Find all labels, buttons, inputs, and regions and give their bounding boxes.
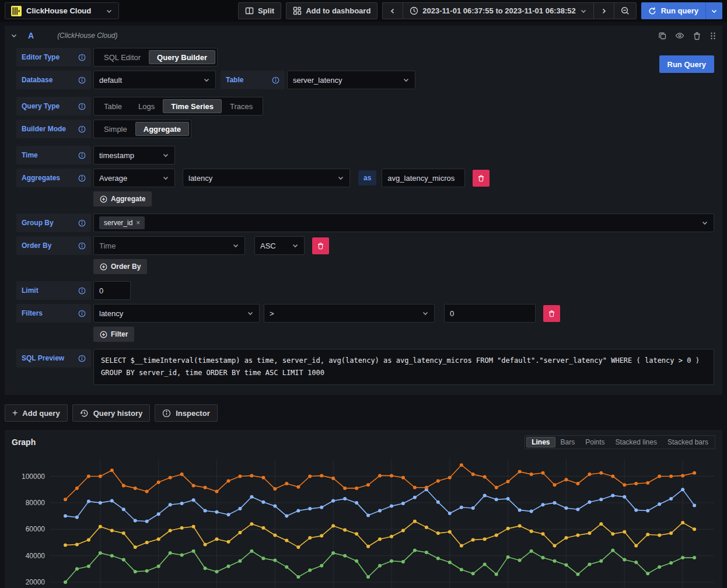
time-column-select[interactable]: timestamp xyxy=(93,146,175,164)
builder-mode-label: Builder Mode xyxy=(16,120,91,138)
option-table[interactable]: Table xyxy=(96,99,130,113)
aggregates-row: Aggregates Average latency as avg_latenc… xyxy=(16,169,714,187)
remove-aggregate-button[interactable] xyxy=(473,170,490,187)
option-stacked-lines[interactable]: Stacked lines xyxy=(610,437,662,447)
filter-column-select[interactable]: latency xyxy=(93,304,260,323)
info-icon[interactable] xyxy=(78,54,86,61)
graph-panel: Graph LinesBarsPointsStacked linesStacke… xyxy=(5,430,722,588)
info-icon[interactable] xyxy=(78,125,86,133)
aggregate-alias-input[interactable]: avg_latency_micros xyxy=(382,169,465,187)
split-button[interactable]: Split xyxy=(238,2,281,19)
data-point xyxy=(436,479,440,482)
remove-query-icon[interactable] xyxy=(693,32,701,40)
time-row: Time timestamp xyxy=(16,146,714,164)
run-query-options-button[interactable] xyxy=(705,2,722,19)
graph-mode-group: LinesBarsPointsStacked linesStacked bars xyxy=(525,435,715,449)
data-point xyxy=(145,490,149,494)
option-simple[interactable]: Simple xyxy=(96,122,135,136)
order-by-field-select[interactable]: Time xyxy=(93,236,245,255)
remove-chip-icon[interactable]: × xyxy=(136,219,140,227)
data-point xyxy=(541,471,545,475)
datasource-picker[interactable]: ClickHouse Cloud xyxy=(5,2,119,19)
zoom-out-button[interactable] xyxy=(614,2,637,19)
group-by-select[interactable]: server_id × xyxy=(93,214,714,232)
remove-order-by-button[interactable] xyxy=(312,237,329,254)
remove-filter-button[interactable] xyxy=(543,305,560,322)
data-point xyxy=(285,482,288,485)
add-query-button[interactable]: + Add query xyxy=(5,404,68,422)
option-time-series[interactable]: Time Series xyxy=(163,99,222,113)
data-point xyxy=(623,530,626,534)
order-direction-select[interactable]: ASC xyxy=(254,236,305,255)
filter-operator-select[interactable]: > xyxy=(264,304,435,323)
aggregate-function-select[interactable]: Average xyxy=(93,169,175,187)
data-point xyxy=(180,526,184,530)
data-point xyxy=(693,556,696,559)
add-to-dashboard-button[interactable]: Add to dashboard xyxy=(286,2,378,19)
chevron-down-icon xyxy=(292,242,299,249)
order-by-label: Order By xyxy=(16,236,91,255)
data-point xyxy=(238,475,242,478)
info-icon[interactable] xyxy=(78,219,86,227)
clickhouse-logo-icon xyxy=(11,6,22,16)
data-point xyxy=(506,480,510,484)
data-point xyxy=(669,497,673,501)
option-logs[interactable]: Logs xyxy=(130,99,163,113)
data-point xyxy=(413,520,417,523)
hide-response-icon[interactable] xyxy=(675,31,684,40)
limit-input[interactable]: 0 xyxy=(93,281,131,300)
info-icon[interactable] xyxy=(78,76,86,84)
clock-icon xyxy=(410,6,418,15)
database-select[interactable]: default xyxy=(93,71,216,89)
run-query-button[interactable]: Run query xyxy=(641,6,705,15)
info-icon[interactable] xyxy=(78,310,86,317)
data-point xyxy=(401,560,405,564)
add-order-by-button[interactable]: Order By xyxy=(93,259,147,274)
time-shift-back-button[interactable] xyxy=(382,2,403,19)
option-query-builder[interactable]: Query Builder xyxy=(149,50,215,64)
data-point xyxy=(564,536,568,540)
table-select[interactable]: server_latency xyxy=(287,71,415,89)
data-point xyxy=(261,556,265,560)
info-icon[interactable] xyxy=(78,242,86,250)
add-order-by-row: Order By xyxy=(16,259,714,274)
option-bars[interactable]: Bars xyxy=(555,437,581,447)
option-points[interactable]: Points xyxy=(580,437,610,447)
data-point xyxy=(192,498,195,502)
sql-preview-row: SQL Preview SELECT $__timeInterval(times… xyxy=(16,349,714,385)
option-traces[interactable]: Traces xyxy=(222,99,261,113)
option-stacked-bars[interactable]: Stacked bars xyxy=(662,437,714,447)
collapse-query-icon[interactable] xyxy=(11,32,18,39)
add-filter-button[interactable]: Filter xyxy=(93,327,134,342)
inspector-button[interactable]: Inspector xyxy=(155,404,218,422)
duplicate-query-icon[interactable] xyxy=(658,32,667,40)
filter-value-input[interactable]: 0 xyxy=(444,304,536,323)
option-sql-editor[interactable]: SQL Editor xyxy=(96,50,149,64)
query-history-button[interactable]: Query history xyxy=(72,404,151,422)
info-icon[interactable] xyxy=(78,174,86,182)
info-icon[interactable] xyxy=(272,76,279,84)
data-point xyxy=(553,501,557,505)
option-lines[interactable]: Lines xyxy=(526,437,555,447)
group-by-label: Group By xyxy=(16,214,91,232)
option-aggregate[interactable]: Aggregate xyxy=(135,122,189,136)
info-icon[interactable] xyxy=(78,152,86,159)
editor-type-group: SQL EditorQuery Builder xyxy=(93,48,218,66)
data-point xyxy=(634,561,638,564)
info-icon[interactable] xyxy=(78,355,86,362)
limit-label: Limit xyxy=(16,281,91,300)
data-point xyxy=(87,565,90,568)
info-icon[interactable] xyxy=(78,287,86,295)
aggregate-column-select[interactable]: latency xyxy=(183,169,350,187)
panel-run-query-button[interactable]: Run Query xyxy=(659,55,714,73)
data-point xyxy=(448,476,452,480)
time-range-picker[interactable]: 2023-11-01 06:37:55 to 2023-11-01 06:38:… xyxy=(403,2,593,19)
data-point xyxy=(320,534,323,538)
data-point xyxy=(87,538,90,541)
drag-handle-icon[interactable] xyxy=(709,32,716,40)
chevron-down-icon xyxy=(580,8,587,15)
add-aggregate-button[interactable]: Aggregate xyxy=(93,191,152,206)
info-icon[interactable] xyxy=(78,103,86,110)
time-shift-forward-button[interactable] xyxy=(593,2,614,19)
data-point xyxy=(204,566,207,570)
